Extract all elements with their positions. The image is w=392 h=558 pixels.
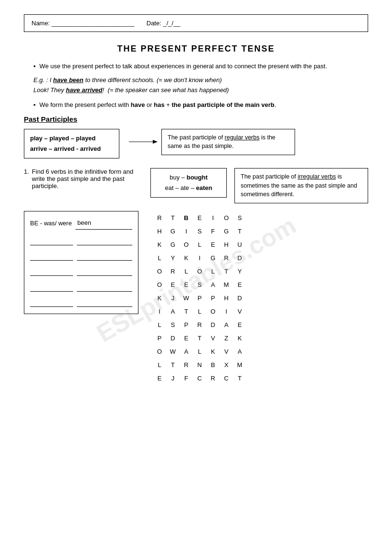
ws-cell: L xyxy=(206,264,220,278)
ws-cell: A xyxy=(166,305,180,318)
ws-cell: R xyxy=(193,318,206,331)
fill-row-4 xyxy=(30,263,132,276)
example-line2: Look! They have arrived! (= the speaker … xyxy=(33,85,368,95)
ws-cell: H xyxy=(153,224,166,238)
ws-cell: O xyxy=(206,305,220,318)
ws-cell: P xyxy=(153,331,166,345)
ws-cell: S xyxy=(166,318,180,331)
ws-cell: E xyxy=(233,278,246,291)
ws-cell: V xyxy=(233,305,246,318)
ws-cell: O xyxy=(153,278,166,291)
ws-cell: L xyxy=(193,305,206,318)
arrow-note-regular: The past participle of regular verbs is … xyxy=(129,129,368,156)
bullet-icon-2: ▪ xyxy=(33,101,36,108)
ws-cell: L xyxy=(180,264,193,278)
ws-cell: T xyxy=(233,371,246,385)
ws-cell: E xyxy=(193,211,206,224)
ws-cell: J xyxy=(166,291,180,305)
ws-cell: K xyxy=(153,238,166,251)
ws-cell: F xyxy=(180,371,193,385)
irregular-section: 1. Find 6 verbs in the infinitive form a… xyxy=(24,168,368,203)
ws-cell: R xyxy=(220,251,233,264)
ws-cell: S xyxy=(193,278,206,291)
instructions-block: 1. Find 6 verbs in the infinitive form a… xyxy=(24,168,143,194)
ws-cell: T xyxy=(220,264,233,278)
play-line1: play – played – played xyxy=(30,133,113,144)
name-line: ________________________ xyxy=(52,20,135,27)
example-line1: E.g. : I have been to three different sc… xyxy=(33,75,368,85)
ws-cell: L xyxy=(193,238,206,251)
eat-line: eat – ate – eaten xyxy=(157,183,221,193)
fill-in-col: BE - was/ were been xyxy=(24,211,138,385)
ws-cell: K xyxy=(153,291,166,305)
bullet-section-1: ▪ We use the present perfect to talk abo… xyxy=(33,63,368,70)
ws-cell: T xyxy=(166,358,180,371)
ws-cell: K xyxy=(180,251,193,264)
ws-cell: G xyxy=(166,224,180,238)
ws-cell: M xyxy=(233,358,246,371)
ws-cell: B xyxy=(206,358,220,371)
ws-cell: K xyxy=(233,331,246,345)
ws-cell: W xyxy=(166,345,180,358)
bullet-text-2: We form the present perfect with have or… xyxy=(40,101,276,108)
ws-cell: A xyxy=(220,318,233,331)
ws-cell: Y xyxy=(233,264,246,278)
ws-cell: B xyxy=(180,211,193,224)
ws-cell: X xyxy=(220,358,233,371)
ws-cell: S xyxy=(233,211,246,224)
fill-row-6 xyxy=(30,294,132,307)
ws-cell: I xyxy=(153,305,166,318)
ws-cell: O xyxy=(153,345,166,358)
ws-cell: U xyxy=(233,238,246,251)
regular-verbs-row: play – played – played arrive – arrived … xyxy=(24,129,368,158)
ws-cell: O xyxy=(193,264,206,278)
ws-cell: R xyxy=(153,211,166,224)
name-date-box: Name: ________________________ Date: _/_… xyxy=(24,14,368,32)
ws-cell: T xyxy=(193,331,206,345)
ws-cell: C xyxy=(220,371,233,385)
ws-cell: P xyxy=(193,291,206,305)
ws-cell: A xyxy=(233,345,246,358)
ws-cell: W xyxy=(180,291,193,305)
ws-cell: M xyxy=(220,278,233,291)
buy-line1: buy – bought xyxy=(157,172,221,183)
ws-cell: E xyxy=(206,238,220,251)
play-box: play – played – played arrive – arrived … xyxy=(24,129,119,158)
ws-cell: D xyxy=(233,251,246,264)
instructions-row: 1. Find 6 verbs in the infinitive form a… xyxy=(24,168,143,190)
ws-cell: I xyxy=(180,224,193,238)
bullet-text-1: We use the present perfect to talk about… xyxy=(40,63,327,70)
ws-cell: G xyxy=(166,238,180,251)
page-title: THE PRESENT PERFECT TENSE xyxy=(24,44,368,54)
be-infinitive: BE - was/ were xyxy=(30,217,72,230)
arrow-icon xyxy=(129,137,158,147)
example-block: E.g. : I have been to three different sc… xyxy=(33,75,368,95)
ws-cell: J xyxy=(166,371,180,385)
instructions-text: Find 6 verbs in the infinitive form and … xyxy=(32,168,143,190)
ws-cell: A xyxy=(206,278,220,291)
ws-cell: G xyxy=(220,224,233,238)
ws-cell: E xyxy=(233,318,246,331)
bullet-icon-1: ▪ xyxy=(33,63,36,70)
ws-cell: L xyxy=(153,358,166,371)
ws-cell: P xyxy=(206,291,220,305)
svg-marker-1 xyxy=(153,140,158,144)
bottom-section: BE - was/ were been xyxy=(24,211,368,385)
ws-cell: Z xyxy=(220,331,233,345)
ws-cell: S xyxy=(193,224,206,238)
ws-cell: I xyxy=(206,211,220,224)
word-search-col: RTBEIOSHGISFGTKGOLEHULYKIGRDORLOLTYOEESA… xyxy=(153,211,246,385)
ws-cell: R xyxy=(206,371,220,385)
be-pp-line: been xyxy=(75,216,132,230)
ws-cell: L xyxy=(193,345,206,358)
ws-cell: O xyxy=(153,264,166,278)
instructions-number: 1. xyxy=(24,168,29,190)
ws-cell: A xyxy=(180,345,193,358)
ws-cell: G xyxy=(206,251,220,264)
past-participles-heading: Past Participles xyxy=(24,115,368,123)
ws-cell: P xyxy=(180,318,193,331)
ws-cell: Y xyxy=(166,251,180,264)
word-search-table: RTBEIOSHGISFGTKGOLEHULYKIGRDORLOLTYOEESA… xyxy=(153,211,246,385)
ws-cell: O xyxy=(180,238,193,251)
ws-cell: E xyxy=(153,371,166,385)
